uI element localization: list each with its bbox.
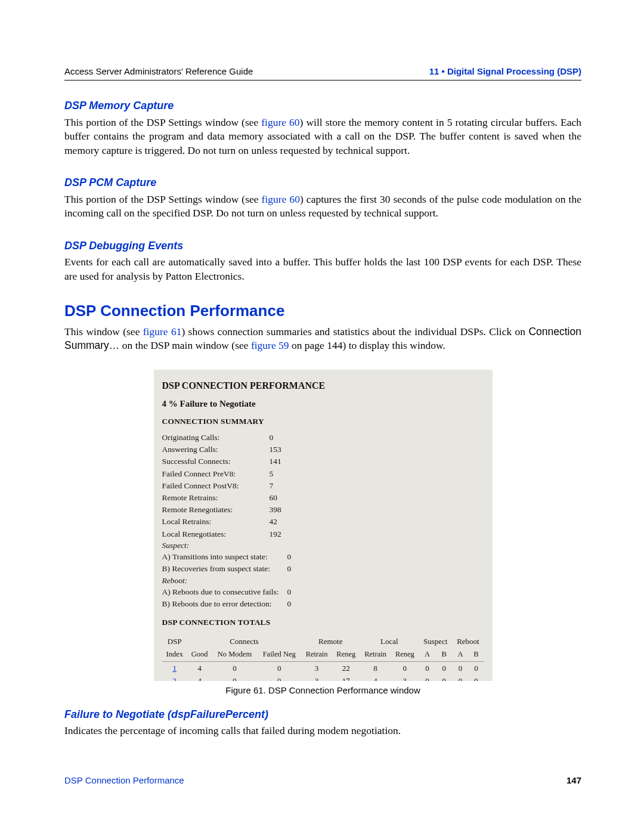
col-local-retrain: Retrain xyxy=(360,648,391,661)
para-conn: This window (see figure 61) shows connec… xyxy=(64,325,581,353)
header-left: Access Server Administrators' Reference … xyxy=(64,66,253,78)
para-dbg: Events for each call are automatically s… xyxy=(64,255,581,283)
cell: 0 xyxy=(452,674,468,680)
text: ) shows connection summaries and statist… xyxy=(181,326,528,337)
figure-link-60[interactable]: figure 60 xyxy=(261,116,299,128)
fig-totals-heading: DSP CONNECTION TOTALS xyxy=(162,617,484,628)
para-pcm: This portion of the DSP Settings window … xyxy=(64,193,581,221)
summary-value: 42 xyxy=(270,516,293,527)
col-failedneg: Failed Neg xyxy=(257,648,301,661)
summary-row: B) Reboots due to error detection:0 xyxy=(162,598,484,610)
cell: 0 xyxy=(391,661,419,674)
fig-failure-percent: 4 % Failure to Negotiate xyxy=(162,398,484,410)
para-fail: Indicates the percentage of incoming cal… xyxy=(64,724,581,738)
figure-caption: Figure 61. DSP Connection Performance wi… xyxy=(64,685,581,696)
summary-value: 153 xyxy=(270,444,293,455)
cell: 4 xyxy=(187,661,212,674)
table-row: 2 4 0 0 3 17 4 3 0 0 0 0 xyxy=(162,674,484,680)
fig-title: DSP CONNECTION PERFORMANCE xyxy=(162,379,484,392)
dsp-index-link[interactable]: 1 xyxy=(172,664,177,673)
cell: 0 xyxy=(452,661,468,674)
summary-row: Failed Connect PostV8:7 xyxy=(162,480,484,492)
summary-value: 0 xyxy=(287,599,292,609)
col-suspect-a: A xyxy=(419,648,436,661)
cell: 0 xyxy=(468,661,484,674)
dsp-totals-table: DSP Connects Remote Local Suspect Reboot… xyxy=(162,633,484,680)
cell: 17 xyxy=(332,674,360,680)
summary-row: Remote Retrains:60 xyxy=(162,492,484,504)
heading-dsp-memory-capture: DSP Memory Capture xyxy=(64,98,581,113)
figure-link-61[interactable]: figure 61 xyxy=(143,326,182,337)
cell: 0 xyxy=(468,674,484,680)
summary-value: 0 xyxy=(287,587,292,597)
summary-label: Originating Calls: xyxy=(162,432,270,443)
summary-row: A) Reboots due to consecutive fails:0 xyxy=(162,586,484,598)
reboot-heading: Reboot: xyxy=(162,575,484,586)
summary-row: B) Recoveries from suspect state:0 xyxy=(162,563,484,575)
cell: 22 xyxy=(332,661,360,674)
group-connects: Connects xyxy=(187,633,301,648)
heading-dsp-debugging-events: DSP Debugging Events xyxy=(64,239,581,253)
cell: 0 xyxy=(419,661,436,674)
page-number: 147 xyxy=(566,775,581,786)
summary-row: Remote Renegotiates:398 xyxy=(162,504,484,516)
summary-label: Local Renegotiates: xyxy=(162,529,270,540)
heading-dsp-connection-performance: DSP Connection Performance xyxy=(64,301,581,321)
cell: 4 xyxy=(360,674,391,680)
cell: 3 xyxy=(301,674,332,680)
table-group-header: DSP Connects Remote Local Suspect Reboot xyxy=(162,633,484,648)
cell: 0 xyxy=(436,674,453,680)
col-reboot-b: B xyxy=(468,648,484,661)
heading-dsp-pcm-capture: DSP PCM Capture xyxy=(64,175,581,190)
page-header: Access Server Administrators' Reference … xyxy=(64,66,581,78)
cell: 0 xyxy=(212,661,258,674)
cell: 0 xyxy=(436,661,453,674)
text: on page 144) to display this window. xyxy=(289,339,445,351)
dsp-index-link[interactable]: 2 xyxy=(172,676,177,680)
text: This window (see xyxy=(64,326,143,337)
para-mem: This portion of the DSP Settings window … xyxy=(64,116,581,158)
summary-row: Originating Calls:0 xyxy=(162,432,484,444)
summary-row: Failed Connect PreV8:5 xyxy=(162,468,484,480)
col-local-reneg: Reneg xyxy=(391,648,419,661)
figure-61-frame: DSP CONNECTION PERFORMANCE 4 % Failure t… xyxy=(154,370,493,681)
heading-failure-to-negotiate: Failure to Negotiate (dspFailurePercent) xyxy=(64,707,581,721)
summary-label: Remote Retrains: xyxy=(162,493,270,503)
cell: 3 xyxy=(301,661,332,674)
fig-summary-heading: CONNECTION SUMMARY xyxy=(162,416,484,427)
summary-label: Failed Connect PostV8: xyxy=(162,481,270,491)
cell: 0 xyxy=(419,674,436,680)
group-remote: Remote xyxy=(301,633,360,648)
cell: 3 xyxy=(391,674,419,680)
cell: 0 xyxy=(212,674,258,680)
header-rule xyxy=(64,80,581,80)
footer-section-name: DSP Connection Performance xyxy=(64,775,184,786)
text: This portion of the DSP Settings window … xyxy=(64,116,261,128)
summary-value: 141 xyxy=(270,456,293,467)
cell: 8 xyxy=(360,661,391,674)
text: on the DSP main window (see xyxy=(119,339,251,351)
summary-label: Answering Calls: xyxy=(162,444,270,455)
figure-link-60[interactable]: figure 60 xyxy=(262,193,300,205)
group-suspect: Suspect xyxy=(419,633,452,648)
col-reboot-a: A xyxy=(452,648,468,661)
summary-label: Failed Connect PreV8: xyxy=(162,469,270,479)
col-suspect-b: B xyxy=(436,648,453,661)
summary-row: Answering Calls:153 xyxy=(162,444,484,456)
summary-label: Local Retrains: xyxy=(162,516,270,527)
summary-value: 0 xyxy=(287,552,292,562)
col-remote-retrain: Retrain xyxy=(301,648,332,661)
summary-label: A) Transitions into suspect state: xyxy=(162,552,287,562)
summary-label: Remote Renegotiates: xyxy=(162,504,270,515)
summary-value: 398 xyxy=(270,504,293,515)
summary-label: A) Reboots due to consecutive fails: xyxy=(162,587,287,597)
cell: 0 xyxy=(257,661,301,674)
figure-link-59[interactable]: figure 59 xyxy=(251,339,289,351)
suspect-heading: Suspect: xyxy=(162,540,484,551)
cell: 4 xyxy=(187,674,212,680)
col-index: Index xyxy=(162,648,187,661)
summary-label: B) Reboots due to error detection: xyxy=(162,599,287,609)
page-footer: DSP Connection Performance 147 xyxy=(64,775,581,786)
table-sub-header: Index Good No Modem Failed Neg Retrain R… xyxy=(162,648,484,661)
summary-value: 60 xyxy=(270,493,293,503)
